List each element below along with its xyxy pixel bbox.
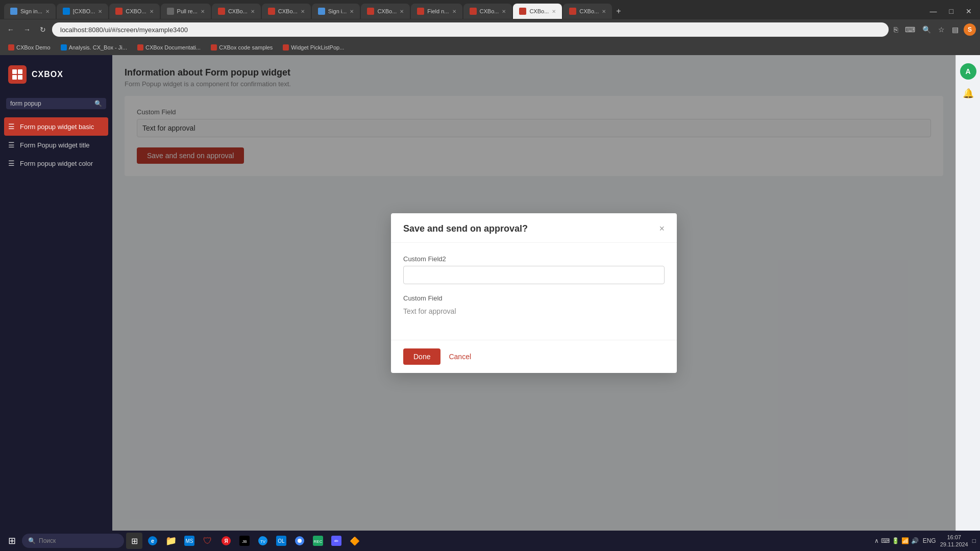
user-circle-icon[interactable]: A xyxy=(960,63,976,80)
notification-icon[interactable]: □ xyxy=(972,537,976,544)
taskbar-app-camtasia[interactable]: REC xyxy=(310,533,326,549)
start-button[interactable]: ⊞ xyxy=(4,533,20,548)
bookmark-cxbox-demo[interactable]: CXBox Demo xyxy=(4,43,55,52)
modal-body: Custom Field2 Custom Field Text for appr… xyxy=(391,243,677,340)
user-avatar[interactable]: S xyxy=(964,23,976,36)
bookmark-picklist[interactable]: Widget PickListPop... xyxy=(279,43,348,52)
taskbar-app-pencil[interactable]: ✏ xyxy=(328,533,345,549)
cancel-button[interactable]: Cancel xyxy=(449,353,471,361)
tab-3[interactable]: CXBO... ✕ xyxy=(109,4,159,19)
tab-close-5[interactable]: ✕ xyxy=(251,9,255,14)
battery-icon[interactable]: 🔋 xyxy=(892,537,899,544)
tab-11[interactable]: CXBo... ✕ xyxy=(513,4,562,19)
modal-dialog: Save and send on approval? × Custom Fiel… xyxy=(391,213,677,373)
bookmark-analysis[interactable]: Analysis. CX_Box - Ji... xyxy=(57,43,131,52)
zoom-icon[interactable]: 🔍 xyxy=(920,23,933,36)
taskbar-app-teamviewer[interactable]: TV xyxy=(255,533,271,549)
sidebar-icon[interactable]: ▤ xyxy=(950,23,961,36)
address-input[interactable] xyxy=(52,22,889,37)
taskbar-app-vlc[interactable]: 🔶 xyxy=(347,533,363,549)
sidebar-item-label-3: Form popup widget color xyxy=(20,160,93,167)
sidebar-item-form-popup-color[interactable]: ☰ Form popup widget color xyxy=(0,154,112,172)
taskbar-search[interactable]: 🔍 Поиск xyxy=(22,534,124,548)
tab-8[interactable]: CXBo... ✕ xyxy=(361,4,410,19)
taskbar-app-chrome[interactable] xyxy=(291,533,308,549)
minimize-button[interactable]: — xyxy=(926,6,941,16)
maximize-button[interactable]: □ xyxy=(945,6,958,16)
tab-12[interactable]: CXBo... ✕ xyxy=(563,4,612,19)
done-button[interactable]: Done xyxy=(403,348,440,365)
sidebar-search-input[interactable] xyxy=(10,100,91,107)
tab-bar: Sign in... ✕ [CXBO... ✕ CXBO... ✕ Pull r… xyxy=(0,0,980,19)
taskbar-app-widgets[interactable]: ⊞ xyxy=(126,533,142,549)
tab-5[interactable]: CXBo... ✕ xyxy=(212,4,261,19)
tab-favicon-2 xyxy=(63,8,70,15)
tab-close-3[interactable]: ✕ xyxy=(150,9,154,14)
tab-6[interactable]: CXBo... ✕ xyxy=(262,4,311,19)
tab-close-11[interactable]: ✕ xyxy=(552,9,556,14)
close-button[interactable]: ✕ xyxy=(962,6,976,16)
sidebar-item-label-2: Form Popup widget title xyxy=(20,141,90,149)
app-layout: CXBOX 🔍 ☰ Form popup widget basic ☰ Form… xyxy=(0,55,980,531)
modal-field2-input[interactable] xyxy=(403,266,665,284)
tab-close-1[interactable]: ✕ xyxy=(45,9,50,14)
screen-cast-icon[interactable]: ⎘ xyxy=(892,23,900,36)
tab-title-6: CXBo... xyxy=(278,8,298,14)
taskbar-app-outlook[interactable]: OL xyxy=(273,533,289,549)
taskbar-clock[interactable]: 16:07 29.11.2024 xyxy=(940,534,968,548)
tray-arrow-icon[interactable]: ∧ xyxy=(874,537,879,544)
modal-close-button[interactable]: × xyxy=(659,224,665,233)
address-bar-row: ← → ↻ ⎘ ⌨ 🔍 ☆ ▤ S xyxy=(0,19,980,40)
taskbar-time-value: 16:07 xyxy=(947,534,961,541)
browser-chrome: Sign in... ✕ [CXBO... ✕ CXBO... ✕ Pull r… xyxy=(0,0,980,55)
tab-close-7[interactable]: ✕ xyxy=(350,9,354,14)
volume-icon[interactable]: 🔊 xyxy=(911,537,919,544)
bookmark-label-2: Analysis. CX_Box - Ji... xyxy=(69,44,127,51)
refresh-button[interactable]: ↻ xyxy=(37,23,49,36)
taskbar-app-red[interactable]: 🛡 xyxy=(200,533,216,549)
tab-close-12[interactable]: ✕ xyxy=(602,9,606,14)
bookmark-icon[interactable]: ☆ xyxy=(936,23,947,36)
tab-10[interactable]: CXBo... ✕ xyxy=(463,4,512,19)
taskbar-app-jetbrains[interactable]: JB xyxy=(236,533,253,549)
tab-2[interactable]: [CXBO... ✕ xyxy=(57,4,108,19)
taskbar-app-yandex[interactable]: Я xyxy=(218,533,234,549)
tab-close-4[interactable]: ✕ xyxy=(201,9,205,14)
taskbar-app-store[interactable]: MS xyxy=(181,533,198,549)
new-tab-button[interactable]: + xyxy=(613,6,624,17)
system-tray-icons: ∧ ⌨ 🔋 📶 🔊 xyxy=(874,537,919,544)
language-label: ENG xyxy=(923,537,936,544)
sidebar-item-form-popup-basic[interactable]: ☰ Form popup widget basic xyxy=(4,117,108,136)
bookmark-favicon-5 xyxy=(283,44,289,51)
tab-favicon-9 xyxy=(417,8,424,15)
back-button[interactable]: ← xyxy=(4,23,17,36)
tab-close-9[interactable]: ✕ xyxy=(452,9,456,14)
forward-button[interactable]: → xyxy=(20,23,34,36)
tab-close-10[interactable]: ✕ xyxy=(502,9,506,14)
taskbar-app-explorer[interactable]: 📁 xyxy=(163,533,179,549)
tab-9[interactable]: Field n... ✕ xyxy=(411,4,462,19)
tab-close-6[interactable]: ✕ xyxy=(301,9,305,14)
tab-close-2[interactable]: ✕ xyxy=(98,9,102,14)
tab-favicon-6 xyxy=(268,8,275,15)
tab-title-7: Sign i... xyxy=(328,8,347,14)
modal-header: Save and send on approval? × xyxy=(391,213,677,243)
tab-7[interactable]: Sign i... ✕ xyxy=(312,4,360,19)
tab-1[interactable]: Sign in... ✕ xyxy=(4,4,56,19)
sidebar-item-form-popup-title[interactable]: ☰ Form Popup widget title xyxy=(0,136,112,154)
bookmark-favicon-1 xyxy=(8,44,14,51)
translate-icon[interactable]: ⌨ xyxy=(903,23,917,36)
bookmark-code[interactable]: CXBox code samples xyxy=(207,43,277,52)
taskbar-app-edge[interactable]: e xyxy=(144,533,161,549)
svg-rect-1 xyxy=(18,69,22,74)
bell-icon[interactable]: 🔔 xyxy=(963,88,974,99)
wifi-icon[interactable]: 📶 xyxy=(901,537,909,544)
tab-4[interactable]: Pull re... ✕ xyxy=(161,4,211,19)
sidebar-item-icon-1: ☰ xyxy=(8,122,15,131)
sidebar-item-label-1: Form popup widget basic xyxy=(20,123,94,131)
tab-title-1: Sign in... xyxy=(20,8,42,14)
bookmark-docs[interactable]: CXBox Documentati... xyxy=(133,43,205,52)
tab-favicon-5 xyxy=(218,8,225,15)
keyboard-icon[interactable]: ⌨ xyxy=(881,537,890,544)
tab-close-8[interactable]: ✕ xyxy=(400,9,404,14)
